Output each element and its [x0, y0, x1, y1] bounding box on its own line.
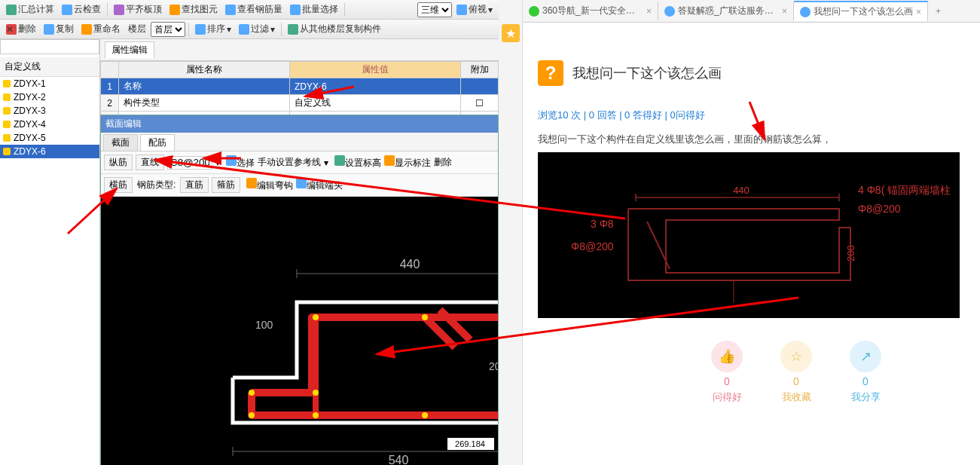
floor-select[interactable]: 首层 [151, 22, 185, 37]
perspective-button[interactable]: 俯视 ▾ [453, 2, 496, 17]
mark-icon [384, 155, 395, 166]
tab-favicon-icon [664, 6, 675, 17]
delete-button[interactable]: ✕删除 [3, 21, 39, 37]
property-row[interactable]: 1名称ZDYX-6 [101, 78, 499, 95]
set-elev-button[interactable]: 设置标高 [334, 155, 381, 170]
hook-icon [246, 178, 257, 188]
select-button[interactable]: 选择 [226, 155, 255, 170]
gujin-button[interactable]: 箍筋 [212, 177, 240, 193]
filter-button[interactable]: 过滤 ▾ [236, 21, 278, 37]
cloud-icon [62, 5, 72, 15]
fav-label: 我收藏 [782, 390, 811, 404]
tab-peijin[interactable]: 配筋 [140, 134, 175, 151]
good-label: 问得好 [713, 390, 742, 404]
zhijin-button[interactable]: 直筋 [180, 177, 209, 193]
col-value[interactable]: 属性值 [290, 62, 461, 78]
action-favorite[interactable]: ☆ 0 我收藏 [780, 341, 812, 404]
left-application-pane: 汇总计算 云检查 平齐板顶 查找图元 查看钢筋量 批量选择 三维 俯视 ▾ ✕删… [0, 0, 499, 465]
svg-point-20 [313, 314, 319, 320]
browser-pane: ★ 360导航_新一代安全上网×答疑解惑_广联达服务新干×我想问一下这个该怎么画… [499, 0, 980, 465]
svg-text:269.184: 269.184 [455, 439, 485, 448]
section-editor-title: 截面编辑 [101, 115, 498, 133]
show-mark-button[interactable]: 显示标注 [384, 155, 431, 170]
tree-item-ZDYX-5[interactable]: ZDYX-5 [0, 131, 99, 145]
edit-end-button[interactable]: 编辑端头 [296, 178, 343, 192]
rebar-spec-input[interactable] [167, 156, 212, 170]
svg-point-14 [249, 412, 255, 418]
zongjin-button[interactable]: 纵筋 [104, 154, 133, 170]
batch-select-button[interactable]: 批量选择 [287, 2, 341, 17]
tab-jiemian[interactable]: 截面 [103, 134, 138, 151]
question-header: ? 我想问一下这个该怎么画 [538, 60, 965, 86]
property-tab-bar: 属性编辑 [100, 39, 499, 61]
browser-tab[interactable]: 我想问一下这个该怎么画× [794, 1, 928, 21]
section-canvas[interactable]: 440 100 20 540 269.184 [101, 197, 498, 465]
good-count: 0 [724, 375, 730, 387]
property-panel: 属性编辑 属性名称 属性值 附加 1名称ZDYX-62构件类型自定义线☐3截面形… [100, 39, 499, 115]
web-page-content: ? 我想问一下这个该怎么画 浏览10 次 | 0 回答 | 0 答得好 | 0问… [523, 23, 980, 465]
svg-text:440: 440 [400, 258, 420, 271]
cad-svg: 440 3 Φ8 Φ8@200 4 Φ8( 锚固两端墙柱 Φ8@200 200 [538, 152, 960, 318]
svg-text:4 Φ8( 锚固两端墙柱: 4 Φ8( 锚固两端墙柱 [858, 184, 951, 196]
calc-icon [6, 5, 17, 15]
persp-icon [456, 5, 467, 15]
rename-button[interactable]: 重命名 [78, 21, 124, 37]
batch-icon [290, 5, 301, 15]
view-rebar-button[interactable]: 查看钢筋量 [222, 2, 285, 17]
svg-text:Φ8@200: Φ8@200 [858, 203, 901, 215]
star-icon[interactable]: ★ [502, 24, 520, 42]
edit-hook-button[interactable]: 编辑弯钩 [246, 178, 293, 192]
find-element-button[interactable]: 查找图元 [166, 2, 221, 17]
find-icon [169, 5, 180, 15]
main-toolbar-2: ✕删除 复制 重命名 楼层 首层 排序 ▾ 过滤 ▾ 从其他楼层复制构件 [0, 20, 499, 39]
elev-icon [334, 155, 345, 166]
separator [344, 3, 345, 17]
hengjin-button[interactable]: 横筋 [104, 177, 133, 193]
delete-rebar-button[interactable]: 删除 [434, 156, 452, 169]
tab-close-icon[interactable]: × [916, 7, 921, 17]
tree-item-ZDYX-4[interactable]: ZDYX-4 [0, 118, 99, 131]
question-icon: ? [538, 60, 563, 86]
tree-search-input[interactable] [0, 39, 99, 54]
property-edit-tab[interactable]: 属性编辑 [105, 41, 154, 58]
copy-button[interactable]: 复制 [41, 21, 77, 37]
action-share[interactable]: ↗ 0 我分享 [850, 341, 881, 404]
browser-tab[interactable]: 答疑解惑_广联达服务新干× [658, 2, 794, 20]
svg-text:540: 540 [389, 454, 409, 465]
view-3d-select[interactable]: 三维 [417, 2, 452, 17]
tree-item-ZDYX-1[interactable]: ZDYX-1 [0, 77, 99, 90]
tree-item-ZDYX-2[interactable]: ZDYX-2 [0, 90, 99, 104]
tab-close-icon[interactable]: × [646, 6, 652, 17]
tab-favicon-icon [800, 7, 811, 17]
zhixian-button[interactable]: 直线 [136, 154, 164, 170]
svg-point-15 [313, 412, 319, 418]
question-stats: 浏览10 次 | 0 回答 | 0 答得好 | 0问得好 [538, 109, 965, 122]
roof-icon [114, 5, 124, 15]
sort-button[interactable]: 排序 ▾ [192, 21, 234, 37]
tab-title: 我想问一下这个该怎么画 [814, 5, 913, 18]
main-toolbar-1: 汇总计算 云检查 平齐板顶 查找图元 查看钢筋量 批量选择 三维 俯视 ▾ [0, 0, 499, 20]
tab-close-icon[interactable]: × [782, 6, 787, 17]
browser-tab[interactable]: 360导航_新一代安全上网× [523, 2, 658, 20]
share-icon: ↗ [850, 341, 881, 372]
action-good[interactable]: 👍 0 问得好 [711, 341, 743, 404]
tree-category-header[interactable]: 自定义线 [0, 57, 99, 77]
calc-button[interactable]: 汇总计算 [3, 2, 57, 17]
cloud-check-button[interactable]: 云检查 [59, 2, 104, 17]
tree-item-ZDYX-3[interactable]: ZDYX-3 [0, 104, 99, 118]
col-name[interactable]: 属性名称 [119, 62, 290, 78]
rename-icon [81, 24, 92, 35]
manual-ref-button[interactable]: 手动设置参考线 [258, 156, 321, 169]
property-row[interactable]: 2构件类型自定义线☐ [101, 95, 499, 112]
sort-icon [195, 24, 206, 35]
section-toolbar-1: 纵筋 直线 ▾ 选择 手动设置参考线 ▾ 设置标高 显示标注 删除 [101, 151, 498, 174]
question-cad-image[interactable]: 440 3 Φ8 Φ8@200 4 Φ8( 锚固两端墙柱 Φ8@200 200 [538, 152, 960, 318]
section-tabs: 截面 配筋 [101, 133, 498, 151]
copy-from-floor-button[interactable]: 从其他楼层复制构件 [285, 21, 384, 37]
delete-icon: ✕ [6, 24, 17, 35]
new-tab-button[interactable]: + [928, 3, 948, 20]
tree-item-ZDYX-6[interactable]: ZDYX-6 [0, 145, 99, 158]
col-extra[interactable]: 附加 [461, 62, 499, 78]
fav-count: 0 [793, 375, 799, 387]
flat-roof-button[interactable]: 平齐板顶 [111, 2, 165, 17]
